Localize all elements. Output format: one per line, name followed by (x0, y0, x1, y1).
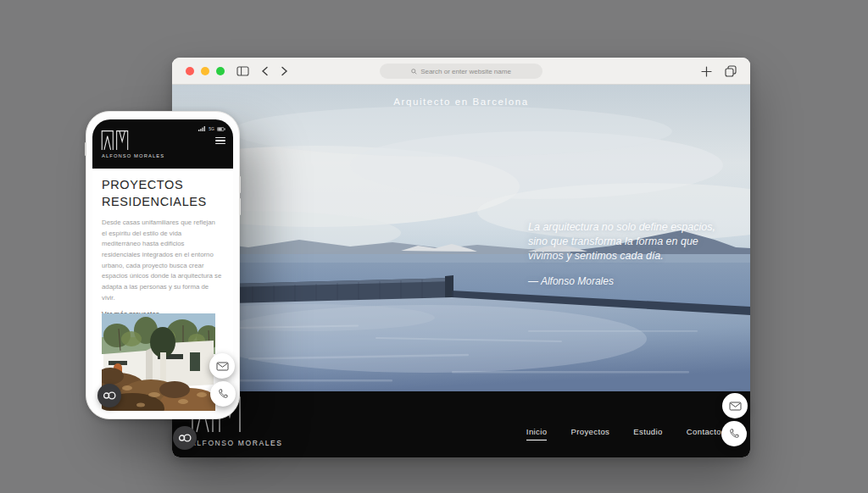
mobile-intro-text: Desde casas unifamiliares que reflejan e… (102, 218, 222, 303)
mail-icon (729, 402, 742, 411)
battery-icon (217, 127, 225, 131)
mobile-brand-name: ALFONSO MORALES (102, 153, 164, 158)
mail-icon (216, 362, 229, 371)
quote-line: La arquitectura no solo define espacios, (528, 220, 723, 235)
hero-quote: La arquitectura no solo define espacios,… (528, 220, 723, 288)
nav-item-contacto[interactable]: Contacto (687, 427, 721, 440)
traffic-lights (186, 67, 225, 75)
close-window-button[interactable] (186, 67, 194, 75)
phone-icon (728, 428, 740, 440)
network-label: 5G (209, 126, 214, 131)
am-monogram-logo-mobile (101, 130, 130, 151)
quote-attribution: — Alfonso Morales (528, 274, 723, 288)
minimize-window-button[interactable] (201, 67, 209, 75)
prototype-link-badge-mobile[interactable] (97, 384, 121, 407)
signal-icon (198, 126, 206, 131)
link-icon (178, 433, 192, 443)
quote-line: sino que transforma la forma en que (528, 235, 723, 249)
phone-fab-mobile[interactable] (210, 381, 236, 407)
mobile-content: PROYECTOS RESIDENCIALES Desde casas unif… (92, 169, 233, 320)
phone-icon (217, 388, 229, 400)
hero-section: Arquitecto en Barcelona La arquitectura … (172, 85, 750, 391)
email-fab-mobile[interactable] (209, 353, 235, 379)
phone-power-button (239, 198, 241, 215)
search-icon (411, 69, 417, 75)
nav-item-proyectos[interactable]: Proyectos (570, 427, 609, 440)
zoom-window-button[interactable] (216, 67, 225, 75)
browser-window: Search or enter website name (172, 58, 750, 457)
browser-toolbar: Search or enter website name (172, 58, 750, 85)
email-fab-desktop[interactable] (722, 393, 748, 418)
mobile-header: ALFONSO MORALES 5G (92, 119, 233, 169)
link-icon (103, 391, 116, 401)
footer-nav: Inicio Proyectos Estudio Contacto (526, 427, 721, 440)
quote-line: vivimos y sentimos cada día. (528, 249, 723, 263)
address-bar[interactable]: Search or enter website name (380, 64, 542, 79)
phone-fab-desktop[interactable] (721, 421, 747, 446)
new-tab-icon[interactable] (701, 66, 712, 77)
phone-volume-button (239, 176, 241, 193)
footer-brand-name: ALFONSO MORALES (191, 439, 283, 447)
mobile-page-title: PROYECTOS RESIDENCIALES (102, 177, 203, 210)
sidebar-icon[interactable] (236, 66, 249, 76)
phone-mute-switch (85, 142, 86, 156)
nav-item-inicio[interactable]: Inicio (526, 427, 548, 440)
tab-overview-icon[interactable] (725, 65, 737, 77)
nav-item-estudio[interactable]: Estudio (633, 427, 663, 440)
menu-icon[interactable] (215, 136, 225, 146)
site-footer: ALFONSO MORALES Inicio Proyectos Estudio… (172, 391, 750, 457)
prototype-link-badge-desktop[interactable] (173, 426, 197, 450)
hero-tagline: Arquitecto en Barcelona (172, 97, 750, 107)
address-bar-placeholder: Search or enter website name (420, 68, 511, 75)
forward-icon[interactable] (281, 66, 288, 76)
mobile-status-bar: 5G (198, 126, 225, 131)
back-icon[interactable] (261, 66, 269, 76)
